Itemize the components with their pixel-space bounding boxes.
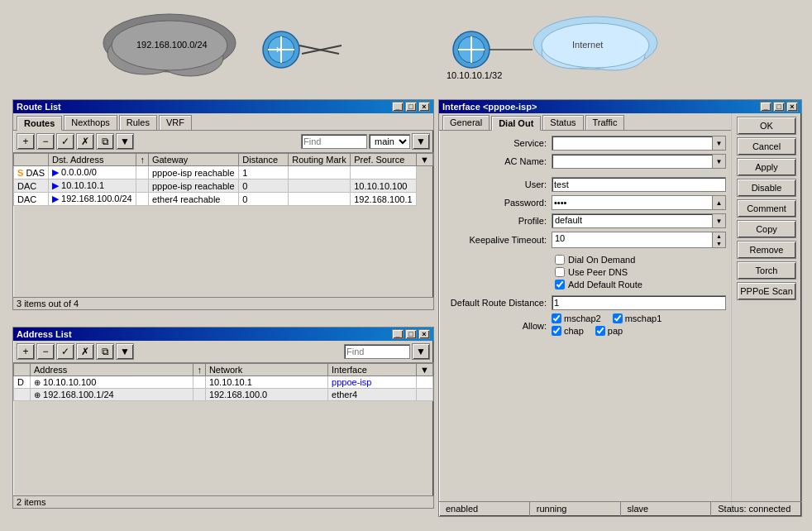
col-addr-sort[interactable]: ↑ [193, 364, 206, 376]
pap-check[interactable] [595, 326, 605, 336]
table-row[interactable]: ⊕ 192.168.100.1/24 192.168.100.0 ether4 [14, 389, 433, 401]
col-filter[interactable]: ▼ [417, 154, 433, 166]
service-arrow[interactable]: ▼ [712, 136, 725, 150]
filter-route-btn[interactable]: ▼ [116, 133, 134, 150]
tab-traffic[interactable]: Traffic [585, 115, 625, 130]
profile-dropdown[interactable]: default ▼ [552, 213, 726, 228]
tab-routes[interactable]: Routes [17, 116, 62, 131]
address-dropdown-btn[interactable]: ▼ [412, 343, 430, 360]
interface-tabs: General Dial Out Status Traffic [439, 113, 731, 131]
interface-titlebar: Interface <pppoe-isp> _ □ × [439, 100, 801, 113]
use-peer-dns-check[interactable] [555, 267, 565, 277]
comment-button[interactable]: Comment [737, 199, 796, 218]
col-gateway[interactable]: Gateway [148, 154, 238, 166]
dial-on-demand-check[interactable] [555, 255, 565, 265]
ac-name-arrow[interactable]: ▼ [712, 155, 725, 168]
remove-address-btn[interactable]: − [36, 343, 55, 360]
interface-maximize[interactable]: □ [773, 102, 785, 112]
add-default-route-label: Add Default Route [568, 280, 642, 289]
default-route-distance-input[interactable] [552, 295, 726, 310]
chap-check[interactable] [552, 326, 561, 336]
tab-nexthops[interactable]: Nexthops [64, 115, 117, 130]
check-address-btn[interactable]: ✓ [56, 343, 74, 360]
ac-name-dropdown[interactable]: ▼ [552, 154, 726, 169]
col-addr-filter[interactable]: ▼ [417, 364, 433, 376]
svg-text:192.168.100.0/24: 192.168.100.0/24 [136, 40, 208, 50]
route-list-status-text: 3 items out of 4 [17, 299, 79, 309]
tab-general[interactable]: General [442, 115, 490, 130]
add-default-route-check[interactable] [555, 280, 565, 289]
address-table-container: Address ↑ Network Interface ▼ D ⊕ 10.10.… [13, 363, 433, 471]
route-list-close[interactable]: × [418, 102, 430, 112]
tab-status[interactable]: Status [542, 115, 583, 130]
ok-button[interactable]: OK [737, 117, 796, 135]
row-dst: ▶ 192.168.100.0/24 [49, 193, 136, 206]
user-label: User: [444, 179, 552, 189]
pppoe-scan-button[interactable]: PPPoE Scan [737, 282, 796, 300]
address-list-minimize[interactable]: _ [392, 329, 404, 339]
col-interface[interactable]: Interface [328, 364, 417, 376]
copy-button[interactable]: Copy [737, 220, 796, 238]
route-list-status: 3 items out of 4 [13, 297, 433, 309]
address-find-input[interactable] [344, 344, 410, 359]
status-seg2: running [530, 502, 621, 514]
table-row[interactable]: S DAS ▶ 0.0.0.0/0 pppoe-isp reachable 1 [14, 166, 433, 179]
col-network[interactable]: Network [205, 364, 327, 376]
service-dropdown[interactable]: ▼ [552, 136, 726, 151]
interface-minimize[interactable]: _ [760, 102, 771, 112]
interface-close[interactable]: × [786, 102, 798, 112]
address-list-maximize[interactable]: □ [405, 329, 417, 339]
remove-route-btn[interactable]: − [36, 133, 55, 150]
ac-name-label: AC Name: [444, 156, 552, 166]
disable-button[interactable]: Disable [737, 179, 796, 197]
route-list-maximize[interactable]: □ [405, 102, 417, 112]
torch-button[interactable]: Torch [737, 261, 796, 280]
route-scope-select[interactable]: main [369, 134, 410, 149]
col-pref-source[interactable]: Pref. Source [351, 154, 417, 166]
tab-vrf[interactable]: VRF [159, 115, 192, 130]
password-input[interactable] [552, 196, 712, 209]
password-toggle[interactable]: ▲ [712, 196, 725, 209]
col-distance[interactable]: Distance [239, 154, 289, 166]
ac-name-value [552, 155, 712, 168]
apply-button[interactable]: Apply [737, 158, 796, 176]
service-value [552, 136, 712, 150]
filter-address-btn[interactable]: ▼ [116, 343, 134, 360]
use-peer-dns-row: Use Peer DNS [444, 267, 726, 277]
table-row[interactable]: DAC ▶ 10.10.10.1 pppoe-isp reachable 0 1… [14, 179, 433, 193]
status-seg3: slave [621, 502, 712, 514]
cross-address-btn[interactable]: ✗ [76, 343, 94, 360]
table-row[interactable]: D ⊕ 10.10.10.100 10.10.10.1 pppoe-isp [14, 376, 433, 389]
user-input[interactable] [552, 177, 726, 192]
keepalive-down[interactable]: ▼ [712, 240, 725, 247]
tab-rules[interactable]: Rules [119, 115, 157, 130]
route-list-minimize[interactable]: _ [392, 102, 404, 112]
row-pref-source: 10.10.10.100 [351, 179, 417, 193]
row-flag: S DAS [14, 166, 49, 179]
copy-route-btn[interactable]: ⧉ [96, 133, 114, 150]
add-address-btn[interactable]: + [17, 343, 35, 360]
profile-arrow[interactable]: ▼ [712, 214, 725, 227]
address-list-close[interactable]: × [418, 329, 430, 339]
row-gateway: pppoe-isp reachable [148, 166, 238, 179]
addr-row-flag [14, 389, 31, 401]
col-routing-mark[interactable]: Routing Mark [289, 154, 351, 166]
cross-route-btn[interactable]: ✗ [76, 133, 94, 150]
check-route-btn[interactable]: ✓ [56, 133, 74, 150]
add-route-btn[interactable]: + [17, 133, 35, 150]
col-address[interactable]: Address [31, 364, 193, 376]
route-find-input[interactable] [301, 134, 367, 149]
remove-button[interactable]: Remove [737, 241, 796, 259]
copy-address-btn[interactable]: ⧉ [96, 343, 114, 360]
mschap1-check[interactable] [613, 313, 623, 323]
route-scope-arrow[interactable]: ▼ [412, 133, 430, 150]
table-row[interactable]: DAC ▶ 192.168.100.0/24 ether4 reachable … [14, 193, 433, 206]
tab-dialout[interactable]: Dial Out [491, 116, 541, 131]
col-sort[interactable]: ↑ [136, 154, 149, 166]
address-list-titlebar: Address List _ □ × [13, 328, 433, 341]
row-distance: 0 [239, 179, 289, 193]
cancel-button[interactable]: Cancel [737, 137, 796, 155]
keepalive-up[interactable]: ▲ [712, 232, 725, 240]
mschap2-check[interactable] [552, 313, 561, 323]
col-dst-address[interactable]: Dst. Address [49, 154, 136, 166]
